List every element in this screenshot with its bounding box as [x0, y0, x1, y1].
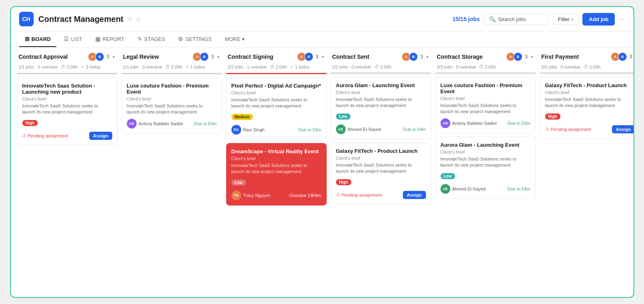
assign-button[interactable]: Assign: [612, 125, 633, 133]
card-desc: InnovateTech SaaS Solutions seeks to lau…: [545, 96, 633, 109]
board-icon: ⊞: [25, 36, 30, 42]
column-title-signing: Contract Signing: [228, 54, 295, 60]
column-contract-sent: Contract Sent A B 3 ▼ 2/2 jobs · 0 overd…: [331, 47, 431, 297]
column-title-approval: Contract Approval: [19, 54, 86, 60]
column-contract-storage: Contract Storage A B 3 ▼ 3/3 jobs · 0 ov…: [435, 47, 536, 297]
header: CH Contract Management ○ ☆ 15/15 jobs 🔍 …: [11, 7, 633, 32]
card-desc: InnovateTech SaaS Solutions seeks to lau…: [336, 96, 426, 109]
column-count-storage: 3: [525, 54, 528, 60]
column-count-legal: 3: [211, 54, 214, 60]
card-aurora-glam-storage[interactable]: Aurora Glam - Launching Event Client's b…: [435, 137, 536, 199]
add-job-button[interactable]: Add job: [582, 13, 615, 26]
assignee-name: Ahmed El-Sayed: [348, 127, 381, 132]
column-chevron-signing[interactable]: ▼: [321, 55, 325, 59]
assignee-name: Tracy Nguyen: [243, 193, 271, 198]
search-box[interactable]: 🔍 Search jobs: [484, 13, 549, 25]
tab-list-label: LIST: [71, 36, 82, 42]
time-stat: ⏱ 2.00h: [584, 64, 601, 69]
tab-settings[interactable]: ⚙ SETTINGS: [172, 32, 217, 47]
column-count-payment: 3: [629, 54, 632, 60]
jobs-stat: 1/1 jobs · 0 overdue: [123, 64, 163, 70]
card-pixel-perfect[interactable]: Pixel Perfect - Digital Ad Campaign* Cli…: [226, 77, 327, 140]
pending-label: Pending assignment: [28, 133, 68, 138]
card-galaxy-fittech-payment[interactable]: Galaxy FitTech - Product Launch Client's…: [540, 77, 633, 139]
more-options-icon[interactable]: ···: [619, 15, 625, 24]
assignee-name: Antony Baldwin Sadler: [452, 121, 497, 126]
column-header-approval: Contract Approval A B 3 ▼: [17, 47, 118, 64]
card-aurora-glam-sent[interactable]: Aurora Glam - Launching Event Client's b…: [331, 77, 431, 139]
assign-button[interactable]: Assign: [403, 191, 426, 199]
card-label: Client's brief: [441, 96, 531, 101]
card-label: Client's brief: [231, 156, 321, 161]
avatar: AB: [441, 118, 450, 128]
card-title: Pixel Perfect - Digital Ad Campaign*: [231, 83, 321, 89]
column-divider-payment: [540, 73, 633, 74]
column-chevron-sent[interactable]: ▼: [426, 55, 430, 59]
column-divider-legal: [122, 73, 222, 74]
column-title-storage: Contract Storage: [437, 54, 504, 60]
avatar-stack-payment: A B: [611, 52, 627, 61]
jobs-stat: 3/3 jobs · 0 overdue: [437, 64, 476, 69]
cards-container-sent: Aurora Glam - Launching Event Client's b…: [331, 77, 431, 297]
card-title: Galaxy FitTech - Product Launch: [545, 82, 633, 88]
pending-row: ⚠ Pending assignment Assign: [545, 125, 633, 133]
tab-list[interactable]: ☰ LIST: [58, 32, 88, 47]
card-luxe-storage[interactable]: Luxe couture Fashion - Premium Event Cli…: [435, 77, 536, 133]
column-stats-payment: 2/2 jobs · 0 overdue ⏱ 2.00h: [540, 64, 633, 73]
card-title: DreamScape - Virtual Reality Event: [231, 148, 321, 154]
column-header-sent: Contract Sent A B 3 ▼: [331, 47, 431, 64]
circle-icon: ○: [128, 15, 133, 23]
assignee-name: Ravi Singh: [243, 127, 265, 132]
cards-container-legal: Luxe couture Fashion - Premium Event Cli…: [122, 77, 222, 297]
stages-icon: ✎: [137, 36, 142, 42]
card-footer: TN Tracy Nguyen Overdue 19h9m: [231, 191, 321, 200]
assignee: TN Tracy Nguyen: [231, 191, 271, 200]
assignee: AB Antony Baldwin Sadler: [441, 118, 497, 128]
column-chevron-approval[interactable]: ▼: [112, 55, 116, 59]
card-title: Aurora Glam - Launching Event: [336, 82, 426, 88]
star-icon: ☆: [135, 15, 141, 23]
card-desc: InnovateTech SaaS Solutions seeks to lau…: [231, 163, 321, 175]
tab-more-label: MORE ▾: [225, 36, 245, 42]
avatar-stack-sent: A B: [402, 52, 418, 61]
todos-stat: ✓ 1 todos: [290, 64, 310, 70]
card-luxe-legal[interactable]: Luxe couture Fashion - Premium Event Cli…: [122, 77, 222, 134]
card-dreamscape[interactable]: DreamScape - Virtual Reality Event Clien…: [226, 143, 327, 206]
column-count-approval: 3: [107, 54, 109, 60]
column-header-storage: Contract Storage A B 3 ▼: [435, 47, 536, 64]
avatar-stack-approval: A B: [88, 52, 104, 61]
column-divider-signing: [226, 73, 327, 74]
tab-stages-label: STAGES: [144, 36, 165, 42]
tab-report-label: REPORT: [103, 36, 124, 42]
card-title: Aurora Glam - Launching Event: [441, 142, 531, 148]
card-footer: AB Antony Baldwin Sadler Due in 53m: [127, 119, 217, 128]
tab-board[interactable]: ⊞ BOARD: [19, 32, 57, 47]
card-desc: InnovateTech SaaS Solutions seeks to lau…: [127, 103, 217, 116]
jobs-stat: 1/1 jobs · 0 overdue: [19, 64, 58, 70]
pending-row: ⚠ Pending assignment Assign: [22, 132, 112, 140]
tab-report[interactable]: ▦ REPORT: [90, 32, 130, 47]
card-galaxy-fittech-sent[interactable]: Galaxy FitTech - Product Launch Client's…: [331, 143, 431, 204]
filter-button[interactable]: Filter ›: [553, 13, 578, 25]
assign-button[interactable]: Assign: [89, 132, 112, 140]
avatar: B: [618, 52, 627, 61]
card-label: Client's brief: [22, 96, 112, 101]
card-label: Client's brief: [545, 90, 633, 95]
column-chevron-storage[interactable]: ▼: [530, 55, 534, 59]
board-columns: Contract Approval A B 3 ▼ 1/1 jobs · 0 o…: [11, 47, 633, 297]
time-stat: ⏱ 2.00h: [374, 64, 392, 69]
card-innovatetech-approval[interactable]: InnovateTech Saas Solution - Launching n…: [17, 77, 118, 145]
assignee-name: Ahmed El-Sayed: [452, 186, 486, 191]
tab-stages[interactable]: ✎ STAGES: [132, 32, 171, 47]
pending-text: ⚠ Pending assignment: [336, 192, 382, 197]
column-count-sent: 3: [420, 54, 423, 60]
column-chevron-legal[interactable]: ▼: [216, 55, 220, 59]
cards-container-payment: Galaxy FitTech - Product Launch Client's…: [540, 77, 633, 297]
tab-more[interactable]: MORE ▾: [219, 32, 250, 47]
time-stat: ⏱ 2.00h: [165, 64, 182, 70]
assignee: AB Antony Baldwin Sadler: [127, 119, 184, 128]
filter-label: Filter: [558, 16, 570, 22]
pending-label: Pending assignment: [551, 127, 591, 132]
card-label: Client's brief: [336, 156, 426, 161]
avatar: B: [304, 52, 313, 61]
